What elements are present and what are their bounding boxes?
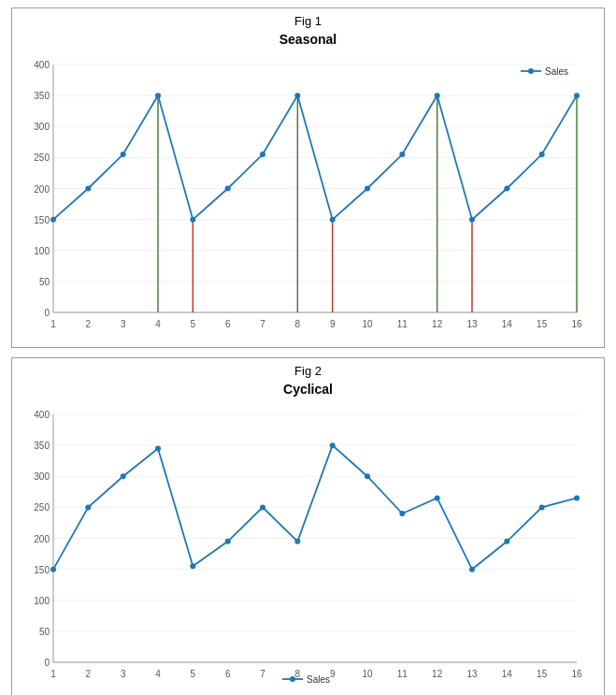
svg-text:14: 14	[502, 319, 513, 329]
svg-text:200: 200	[34, 184, 50, 195]
svg-point-55	[469, 217, 475, 223]
svg-text:3: 3	[121, 319, 126, 329]
svg-text:16: 16	[571, 669, 582, 679]
svg-text:14: 14	[502, 669, 513, 679]
svg-text:100: 100	[34, 596, 50, 606]
svg-text:5: 5	[191, 319, 196, 329]
svg-point-115	[290, 676, 295, 682]
fig2-title: Fig 2	[16, 364, 600, 378]
fig2-chart-title: Cyclical	[16, 382, 600, 397]
svg-text:13: 13	[466, 669, 478, 679]
svg-text:350: 350	[34, 91, 50, 101]
svg-text:50: 50	[39, 277, 50, 287]
svg-point-43	[50, 217, 56, 223]
svg-point-111	[504, 539, 509, 544]
svg-text:5: 5	[191, 669, 196, 679]
svg-text:200: 200	[34, 534, 50, 544]
svg-point-56	[504, 186, 509, 192]
svg-point-58	[574, 93, 580, 98]
fig1-svg: 0501001502002503003504001234567891011121…	[16, 51, 595, 340]
svg-point-107	[365, 473, 370, 479]
svg-text:8: 8	[295, 669, 301, 679]
svg-text:400: 400	[34, 60, 50, 70]
svg-text:0: 0	[44, 308, 50, 318]
fig1-title: Fig 1	[16, 14, 600, 28]
svg-text:2: 2	[86, 669, 92, 679]
svg-text:350: 350	[34, 441, 50, 451]
svg-text:250: 250	[34, 152, 50, 163]
svg-text:2: 2	[86, 319, 92, 329]
svg-text:10: 10	[362, 319, 373, 329]
svg-point-47	[190, 217, 195, 223]
svg-text:3: 3	[121, 669, 126, 679]
svg-text:150: 150	[34, 215, 50, 225]
svg-text:Sales: Sales	[545, 66, 568, 77]
svg-text:150: 150	[34, 565, 50, 575]
svg-point-44	[85, 186, 91, 192]
svg-text:12: 12	[432, 319, 443, 329]
svg-text:100: 100	[34, 246, 50, 256]
fig2-container: Fig 2 Cyclical 0501001502002503003504001…	[11, 357, 605, 695]
svg-text:7: 7	[260, 319, 265, 329]
svg-point-99	[85, 504, 91, 510]
svg-text:9: 9	[330, 319, 336, 329]
svg-point-48	[225, 186, 231, 192]
svg-text:4: 4	[155, 669, 161, 679]
svg-point-98	[50, 567, 56, 572]
svg-point-112	[539, 504, 545, 510]
svg-text:300: 300	[34, 122, 50, 132]
svg-text:15: 15	[537, 669, 548, 679]
svg-text:6: 6	[225, 669, 231, 679]
fig1-container: Fig 1 Seasonal 0501001502002503003504001…	[11, 7, 605, 348]
svg-text:11: 11	[397, 319, 408, 329]
svg-point-51	[330, 217, 336, 223]
svg-text:300: 300	[34, 471, 50, 482]
svg-point-108	[399, 511, 405, 516]
svg-text:15: 15	[537, 319, 548, 329]
svg-point-49	[260, 152, 265, 157]
svg-text:9: 9	[330, 669, 336, 679]
svg-text:6: 6	[225, 319, 231, 329]
svg-point-102	[190, 563, 195, 569]
fig2-svg: 0501001502002503003504001234567891011121…	[16, 400, 595, 690]
svg-point-52	[365, 186, 370, 192]
svg-point-110	[469, 567, 475, 572]
svg-text:13: 13	[466, 319, 478, 329]
fig1-chart-title: Seasonal	[16, 32, 600, 47]
svg-point-104	[260, 504, 265, 510]
svg-text:11: 11	[397, 669, 408, 679]
svg-text:10: 10	[362, 669, 373, 679]
svg-point-103	[225, 539, 231, 544]
svg-text:8: 8	[295, 319, 301, 329]
svg-text:4: 4	[155, 319, 161, 329]
svg-text:1: 1	[50, 669, 56, 679]
fig2-chart-area: 0501001502002503003504001234567891011121…	[16, 400, 600, 693]
svg-point-106	[330, 442, 336, 448]
svg-point-100	[121, 473, 126, 479]
svg-point-54	[435, 93, 440, 98]
svg-point-50	[294, 93, 300, 98]
svg-text:1: 1	[50, 319, 56, 329]
svg-text:250: 250	[34, 502, 50, 513]
svg-point-57	[539, 152, 545, 157]
svg-text:12: 12	[432, 669, 443, 679]
svg-point-113	[574, 495, 580, 500]
svg-text:Sales: Sales	[307, 674, 330, 685]
svg-point-45	[121, 152, 126, 157]
svg-point-46	[155, 93, 161, 98]
svg-point-101	[155, 445, 161, 451]
svg-point-60	[528, 68, 534, 74]
svg-text:7: 7	[260, 669, 265, 679]
svg-point-105	[294, 539, 300, 544]
svg-point-109	[435, 495, 440, 500]
svg-text:16: 16	[571, 319, 582, 329]
svg-text:50: 50	[39, 627, 50, 637]
svg-text:400: 400	[34, 410, 50, 420]
fig1-chart-area: 0501001502002503003504001234567891011121…	[16, 51, 600, 343]
svg-text:0: 0	[44, 658, 50, 668]
svg-point-53	[399, 152, 405, 157]
